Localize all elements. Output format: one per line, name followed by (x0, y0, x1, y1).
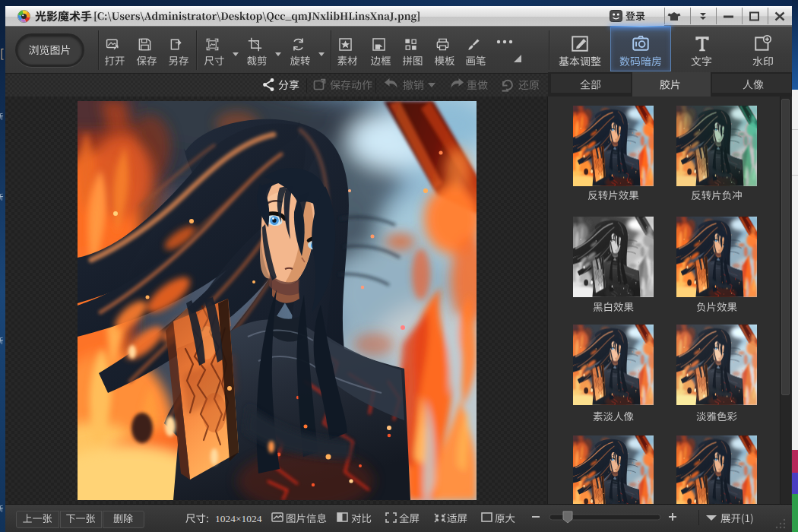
svg-text:1024×1024: 1024×1024 (215, 513, 262, 524)
